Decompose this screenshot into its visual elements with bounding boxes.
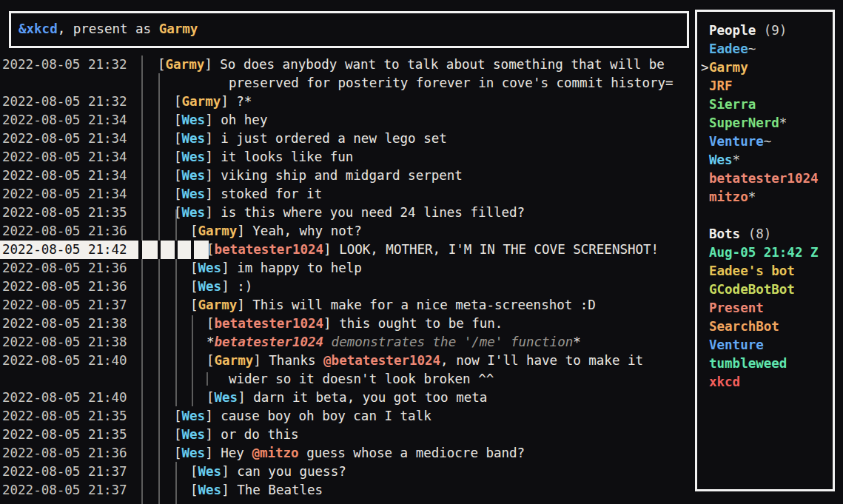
message-text: ] Yeah, why not?: [237, 224, 362, 238]
message-text: ] is this where you need 24 lines filled…: [205, 205, 525, 220]
bots-list-item[interactable]: SearchBot: [709, 317, 779, 336]
people-list-item[interactable]: Venture~: [709, 132, 771, 151]
chat-row[interactable]: 2022-08-05 21:35[Wes] cause boy oh boy c…: [0, 407, 689, 426]
message-text: *: [573, 335, 581, 349]
username: @betatester1024: [323, 353, 440, 368]
user-name: Aug-05 21:42 Z: [709, 245, 819, 260]
chat-row[interactable]: 2022-08-05 21:34[Wes] it looks like fun: [0, 148, 689, 167]
bots-list-item[interactable]: Present: [709, 299, 764, 317]
timestamp: 2022-08-05 21:37: [2, 296, 127, 315]
timestamp: 2022-08-05 21:35: [2, 204, 127, 222]
message-text: ] cause boy oh boy can I talk: [205, 409, 431, 423]
message-text: wider so it doesn't look broken ^^: [229, 372, 494, 386]
timestamp: 2022-08-05 21:40: [2, 389, 127, 407]
chat-row[interactable]: wider so it doesn't look broken ^^: [0, 370, 689, 389]
message: [Garmy] Yeah, why not?: [190, 222, 362, 241]
message-text: [: [174, 94, 182, 109]
chat-row[interactable]: 2022-08-05 21:34[Wes] viking ship and mi…: [0, 167, 689, 185]
message-text: [: [158, 57, 166, 72]
chat-row[interactable]: 2022-08-05 21:32[Garmy] So does anybody …: [0, 56, 689, 74]
timestamp: 2022-08-05 21:34: [2, 111, 127, 130]
people-list-item[interactable]: betatester1024: [709, 169, 819, 188]
message-text: ] Hey: [205, 446, 252, 460]
chat-row[interactable]: 2022-08-05 21:36[Wes] :): [0, 278, 689, 296]
username: Wes: [215, 390, 238, 405]
chat-row[interactable]: 2022-08-05 21:35[Wes] is this where you …: [0, 204, 689, 222]
message-text: , now I'll have to make it: [440, 353, 643, 368]
user-name: SuperNerd: [709, 115, 779, 130]
username: betatester1024: [215, 242, 324, 257]
message-text: ] stoked for it: [205, 187, 322, 201]
chat-row[interactable]: 2022-08-05 21:40[Wes] darn it beta, you …: [0, 389, 689, 407]
chat-row[interactable]: 2022-08-05 21:37[Wes] can you guess?: [0, 463, 689, 481]
bots-list-item[interactable]: tumbleweed: [709, 355, 787, 373]
message-text: [: [174, 131, 182, 146]
timestamp: 2022-08-05 21:37: [2, 481, 127, 500]
people-header-label: People: [709, 23, 756, 38]
message: [Wes] darn it beta, you got too meta: [206, 389, 487, 407]
bots-header-label: Bots: [709, 226, 740, 241]
bots-list-item[interactable]: GCodeBotBot: [709, 280, 795, 299]
user-status-suffix: ~: [748, 41, 756, 56]
username: Wes: [182, 131, 206, 146]
message-text: [: [174, 409, 182, 423]
message-text: [: [174, 446, 182, 460]
message-text: ] This will make for a nice meta-screens…: [237, 298, 596, 312]
message-wrap-line: preserved for posterity forever in cove'…: [229, 74, 674, 93]
chat-row[interactable]: 2022-08-05 21:35[Wes] or do this: [0, 426, 689, 444]
message: [Wes] The Beatles: [190, 481, 323, 500]
message-text: [: [174, 205, 182, 220]
chat-row[interactable]: 2022-08-05 21:34[Wes] stoked for it: [0, 185, 689, 204]
message: [Wes] stoked for it: [174, 185, 322, 204]
chat-row-selected[interactable]: 2022-08-05 21:42[betatester1024] LOOK, M…: [0, 241, 689, 259]
username: Garmy: [182, 94, 221, 109]
username: Wes: [182, 446, 206, 460]
message: [Garmy] Thanks @betatester1024, now I'll…: [206, 352, 643, 370]
chat-row[interactable]: 2022-08-05 21:36[Wes] Hey @mitzo guess w…: [0, 444, 689, 463]
people-list-item[interactable]: Wes*: [709, 151, 740, 169]
chat-row[interactable]: 2022-08-05 21:34[Wes] oh hey: [0, 111, 689, 130]
people-list-item[interactable]: JRF: [709, 77, 733, 95]
timestamp: 2022-08-05 21:32: [2, 56, 127, 74]
chat-row[interactable]: 2022-08-05 21:32[Garmy] ?*: [0, 93, 689, 111]
people-list-item[interactable]: Eadee~: [709, 40, 756, 58]
people-list-item[interactable]: Sierra: [709, 95, 756, 114]
username: betatester1024: [215, 316, 324, 331]
bots-list-item[interactable]: Venture: [709, 336, 764, 355]
user-name: JRF: [709, 78, 733, 93]
chat-row[interactable]: 2022-08-05 21:40[Garmy] Thanks @betatest…: [0, 352, 689, 370]
people-list-item[interactable]: SuperNerd*: [709, 114, 787, 132]
message: [Wes] im happy to help: [190, 259, 362, 278]
user-name: tumbleweed: [709, 356, 787, 371]
message-text: ] i just ordered a new lego set: [205, 131, 447, 146]
user-name: Sierra: [709, 97, 756, 112]
timestamp: 2022-08-05 21:34: [2, 148, 127, 167]
timestamp: 2022-08-05 21:37: [2, 463, 127, 481]
bots-list-item[interactable]: Eadee's bot: [709, 262, 795, 280]
chat-row[interactable]: 2022-08-05 21:37[Garmy] This will make f…: [0, 296, 689, 315]
message-text: [: [190, 261, 198, 275]
people-list-item[interactable]: mitzo*: [709, 188, 756, 206]
chat-row[interactable]: 2022-08-05 21:36[Garmy] Yeah, why not?: [0, 222, 689, 241]
chat-row[interactable]: preserved for posterity forever in cove'…: [0, 74, 689, 93]
bots-list-item[interactable]: Aug-05 21:42 Z: [709, 243, 819, 262]
timestamp: 2022-08-05 21:36: [2, 222, 127, 241]
chat-row[interactable]: 2022-08-05 21:36[Wes] im happy to help: [0, 259, 689, 278]
message-text: [: [206, 242, 215, 257]
message: [Wes] :): [190, 278, 252, 296]
message-text: [: [190, 298, 198, 312]
chat-row[interactable]: 2022-08-05 21:37[Wes] The Beatles: [0, 481, 689, 500]
chat-row[interactable]: 2022-08-05 21:38[betatester1024] this ou…: [0, 315, 689, 333]
chat-row[interactable]: 2022-08-05 21:38*betatester1024 demonstr…: [0, 333, 689, 352]
people-list-item[interactable]: Garmy: [709, 58, 748, 77]
timestamp: 2022-08-05 21:38: [2, 333, 127, 352]
message: [Garmy] This will make for a nice meta-s…: [190, 296, 596, 315]
message-text: ] im happy to help: [221, 261, 362, 275]
user-status-suffix: *: [779, 115, 787, 130]
timestamp: 2022-08-05 21:34: [2, 167, 127, 185]
message-text: [: [190, 279, 198, 294]
bots-list-item[interactable]: xkcd: [709, 373, 740, 392]
timestamp: 2022-08-05 21:36: [2, 278, 127, 296]
chat-row[interactable]: 2022-08-05 21:34[Wes] i just ordered a n…: [0, 130, 689, 148]
message-text: ] Thanks: [253, 353, 323, 368]
